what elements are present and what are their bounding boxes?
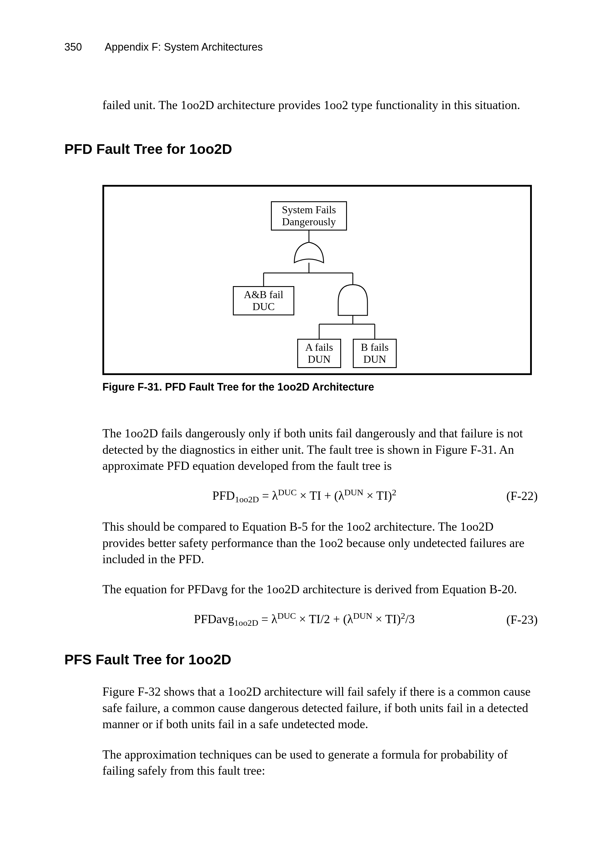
- equation-f23: PFDavg1oo2D = λDUC × TI/2 + (λDUN × TI)2…: [102, 611, 506, 628]
- figure-f31: System FailsDangerously A&B failDUC A fa…: [102, 185, 544, 393]
- eq-f22-tail-sup: 2: [392, 487, 396, 498]
- fault-tree-top-event: System FailsDangerously: [271, 201, 347, 231]
- eq-f22-sup1: DUC: [278, 487, 297, 498]
- eq-f23-sup2: DUN: [353, 611, 372, 621]
- eq-f23-tail: × TI): [375, 612, 401, 626]
- fault-tree-b-fails: B failsDUN: [353, 339, 397, 368]
- equation-f23-number: (F-23): [506, 612, 538, 627]
- eq-f22-lhs-sub: 1oo2D: [235, 494, 259, 504]
- figure-caption: Figure F-31. PFD Fault Tree for the 1oo2…: [102, 381, 544, 393]
- eq-f22-mid: × TI + (λ: [300, 489, 344, 502]
- para-pfs-1: Figure F-32 shows that a 1oo2D architect…: [102, 684, 538, 732]
- fault-tree-a-fails: A failsDUN: [297, 339, 341, 368]
- equation-f23-row: PFDavg1oo2D = λDUC × TI/2 + (λDUN × TI)2…: [102, 611, 538, 628]
- eq-f22-equals: = λ: [262, 489, 278, 502]
- intro-paragraph: failed unit. The 1oo2D architecture prov…: [102, 97, 538, 113]
- eq-f22-tail: × TI): [366, 489, 392, 502]
- eq-f23-tail-sup: 2: [401, 611, 405, 621]
- equation-f22: PFD1oo2D = λDUC × TI + (λDUN × TI)2: [102, 487, 506, 505]
- running-header: 350 Appendix F: System Architectures: [64, 41, 544, 53]
- figure-box: System FailsDangerously A&B failDUC A fa…: [102, 185, 532, 375]
- eq-f23-mid: × TI/2 + (λ: [299, 612, 353, 626]
- eq-f23-sup1: DUC: [277, 611, 296, 621]
- eq-f23-tail-extra: /3: [405, 612, 415, 626]
- section-heading-pfs: PFS Fault Tree for 1oo2D: [64, 651, 544, 668]
- appendix-title: Appendix F: System Architectures: [105, 41, 263, 53]
- para-compare: This should be compared to Equation B-5 …: [102, 519, 538, 567]
- para-pfdavg-intro: The equation for PFDavg for the 1oo2D ar…: [102, 581, 538, 597]
- section-heading-pfd: PFD Fault Tree for 1oo2D: [64, 141, 544, 157]
- eq-f22-lhs-base: PFD: [213, 489, 235, 502]
- para-fault-tree-desc: The 1oo2D fails dangerously only if both…: [102, 425, 538, 474]
- equation-f22-row: PFD1oo2D = λDUC × TI + (λDUN × TI)2 (F-2…: [102, 487, 538, 505]
- eq-f23-lhs-sub: 1oo2D: [234, 618, 258, 628]
- para-pfs-2: The approximation techniques can be used…: [102, 747, 538, 779]
- eq-f23-equals: = λ: [261, 612, 277, 626]
- fault-tree-duc-box: A&B failDUC: [233, 286, 294, 315]
- equation-f22-number: (F-22): [506, 489, 538, 503]
- page: 350 Appendix F: System Architectures fai…: [0, 0, 605, 868]
- eq-f22-sup2: DUN: [344, 487, 364, 498]
- page-number: 350: [64, 41, 82, 53]
- eq-f23-lhs-base: PFDavg: [194, 612, 234, 626]
